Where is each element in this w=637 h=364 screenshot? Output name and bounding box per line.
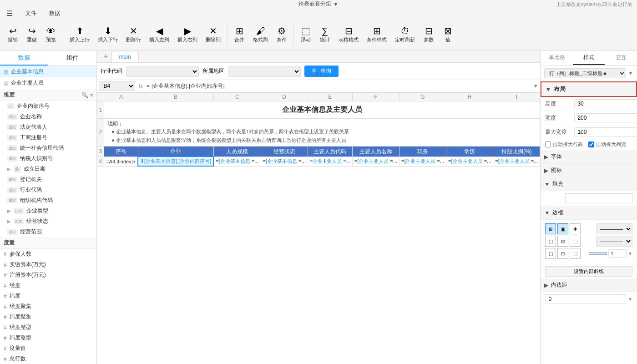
border-btn-inner[interactable]: ✚ bbox=[570, 223, 581, 234]
border-btn-right[interactable]: ⬚ bbox=[570, 236, 581, 247]
measure-item-paidup[interactable]: # 实缴资本(万元) bbox=[0, 259, 96, 270]
measure-item-insured[interactable]: # 参保人数 bbox=[0, 249, 96, 259]
tab-main[interactable]: main bbox=[111, 51, 139, 62]
dim-item-bizscope[interactable]: abc 经营范围 bbox=[0, 227, 96, 237]
right-tab-style[interactable]: 样式 bbox=[573, 51, 605, 65]
dim-item-creditcode[interactable]: abc 统一社会信用代码 bbox=[0, 143, 96, 153]
toolbar-condition-style[interactable]: ⊞ 条件样式 bbox=[363, 25, 390, 45]
col-header-bizstatus[interactable]: 经营状态 bbox=[261, 147, 308, 157]
dim-item-regauth[interactable]: abc 登记机关 bbox=[0, 174, 96, 185]
border-btn-left[interactable]: ⬚ bbox=[545, 236, 556, 247]
col-header-b[interactable]: B bbox=[138, 93, 213, 101]
measure-item-lat[interactable]: # 纬度 bbox=[0, 291, 96, 301]
col-header-h[interactable]: H bbox=[446, 93, 493, 101]
col-header-c[interactable]: C bbox=[213, 93, 261, 101]
left-tab-component[interactable]: 组件 bbox=[48, 51, 96, 66]
measure-item-lngint[interactable]: # 经度整型 bbox=[0, 322, 96, 333]
measure-item-latint[interactable]: # 纬度整型 bbox=[0, 333, 96, 343]
formula-input[interactable] bbox=[152, 83, 530, 89]
toolbar-insert-row-above[interactable]: ⬆ 插入上行 bbox=[66, 25, 93, 45]
nav-menu-icon[interactable]: ☰ bbox=[4, 8, 15, 19]
toolbar-insert-row-below[interactable]: ⬇ 插入下行 bbox=[94, 25, 121, 45]
measure-item-val[interactable]: # 度量值 bbox=[0, 343, 96, 354]
toolbar-delete-row[interactable]: ✕ 删除行 bbox=[122, 25, 145, 45]
col-header-e[interactable]: E bbox=[308, 93, 352, 101]
measure-item-lngcluster[interactable]: # 经度聚集 bbox=[0, 301, 96, 312]
right-tab-cell[interactable]: 单元格 bbox=[541, 51, 573, 65]
border-btn-all[interactable]: ⊞ bbox=[545, 223, 556, 234]
fill-color-box[interactable] bbox=[565, 193, 632, 203]
nav-file[interactable]: 文件 bbox=[23, 9, 39, 18]
measure-item-regcap[interactable]: # 注册资本(万元) bbox=[0, 270, 96, 280]
padding-input[interactable] bbox=[545, 294, 626, 303]
cell-c4[interactable]: =[企业基本信息 =... bbox=[213, 157, 261, 166]
dim-item-bizstatus[interactable]: ▶ abc 经营状态 bbox=[0, 216, 96, 227]
border-btn-middle[interactable]: ⊡ bbox=[557, 236, 568, 247]
border-btn-top[interactable]: ⬚ bbox=[545, 248, 556, 259]
checkbox-autowidth[interactable]: 自动撑大列宽 bbox=[588, 141, 626, 148]
cell-h4[interactable]: =[企业主要人员 =... bbox=[446, 157, 493, 166]
filter-select-region[interactable] bbox=[228, 66, 301, 77]
toolbar-param[interactable]: ⊟ 参数 bbox=[420, 25, 438, 45]
col-header-position[interactable]: 职务 bbox=[399, 147, 446, 157]
right-tab-interact[interactable]: 交互 bbox=[605, 51, 637, 65]
toolbar-undo[interactable]: ↩ 撤销 bbox=[4, 25, 22, 45]
col-header-education[interactable]: 学历 bbox=[446, 147, 493, 157]
col-header-enterprise[interactable]: 企业 bbox=[138, 147, 213, 157]
dim-item-name[interactable]: abc 企业名称 bbox=[0, 111, 96, 122]
add-tab-btn[interactable]: + bbox=[101, 51, 111, 62]
left-tab-data[interactable]: 数据 bbox=[0, 51, 48, 66]
style-preset-select[interactable]: 行（列）标题_二级标题★ bbox=[544, 68, 626, 78]
section-font-header[interactable]: ▶ 字体 bbox=[541, 150, 637, 164]
col-header-staffsize[interactable]: 人员规模 bbox=[213, 147, 261, 157]
toolbar-redo[interactable]: ↪ 重做 bbox=[23, 25, 41, 45]
left-section-enterprise-basic[interactable]: ◎ 企业基本信息 bbox=[0, 66, 96, 77]
dim-item-orgcode[interactable]: abc 组织机构代码 bbox=[0, 195, 96, 206]
col-header-f[interactable]: F bbox=[352, 93, 399, 101]
toolbar-merge[interactable]: ⊞ 合并 bbox=[230, 25, 248, 45]
measure-item-lng[interactable]: # 经度 bbox=[0, 280, 96, 291]
cell-e4[interactable]: =企业⬇要人员 =... bbox=[308, 157, 352, 166]
toolbar-delete-col[interactable]: ✕ 删除列 bbox=[202, 25, 224, 45]
toolbar-insert-col-left[interactable]: ◀ 插入左列 bbox=[146, 25, 173, 45]
section-icon-header[interactable]: ▶ 图标 bbox=[541, 164, 637, 177]
col-header-g[interactable]: G bbox=[399, 93, 446, 101]
border-num-input[interactable] bbox=[608, 249, 627, 258]
col-header-a[interactable]: A bbox=[104, 93, 138, 101]
border-color-box[interactable] bbox=[589, 252, 607, 255]
formula-expand-icon[interactable]: ▼ bbox=[533, 83, 539, 89]
border-btn-mid2[interactable]: ⊡ bbox=[557, 248, 568, 259]
cell-b4[interactable]: ⬇[企业基本信息].[企业内部序号] bbox=[138, 157, 213, 166]
dim-item-indcode[interactable]: abc 行业代码 bbox=[0, 185, 96, 195]
cell-g4[interactable]: =[企业主要人员 =... bbox=[399, 157, 446, 166]
toolbar-value[interactable]: ⊠ 值 bbox=[439, 25, 457, 45]
border-num-arrow[interactable]: ▼ bbox=[628, 251, 632, 256]
dim-item-legal[interactable]: abc 法定代表人 bbox=[0, 122, 96, 132]
nav-data[interactable]: 数据 bbox=[46, 9, 63, 18]
col-header-staffname[interactable]: 主要人员名称 bbox=[352, 147, 399, 157]
cell-i4[interactable]: =[企业主要人员 =... bbox=[493, 157, 540, 166]
dimension-search-icon[interactable]: 🔍 bbox=[81, 92, 88, 98]
cell-d4[interactable]: =[企业基本信息 =... bbox=[261, 157, 308, 166]
autoheight-checkbox[interactable] bbox=[545, 142, 551, 147]
toolbar-format-brush[interactable]: 🖌 格式刷 bbox=[249, 25, 272, 45]
top-bar-dropdown-icon[interactable]: ▼ bbox=[333, 1, 339, 7]
dim-item-founddate[interactable]: ▶ 曲 成立日期 bbox=[0, 164, 96, 174]
toolbar-float[interactable]: ⬚ 浮动 bbox=[297, 25, 315, 45]
left-section-enterprise-staff[interactable]: ◎ 企业主要人员 bbox=[0, 77, 96, 89]
col-header-staffcode[interactable]: 主要人员代码 bbox=[308, 147, 352, 157]
col-header-seqno[interactable]: 序号 bbox=[104, 147, 138, 157]
style-preset-expand-icon[interactable]: ▼ bbox=[628, 70, 633, 76]
cell-ref-select[interactable]: B4 bbox=[99, 81, 135, 91]
section-padding-header[interactable]: ▶ 内边距 bbox=[541, 278, 637, 292]
prop-input-width[interactable] bbox=[574, 113, 637, 122]
filter-query-btn[interactable]: 🔍 查询 bbox=[304, 66, 339, 77]
dim-item-biznum[interactable]: abc 工商注册号 bbox=[0, 132, 96, 143]
toolbar-insert-col-right[interactable]: ▶ 插入右列 bbox=[174, 25, 201, 45]
autowidth-checkbox[interactable] bbox=[588, 142, 594, 147]
toolbar-auto-refresh[interactable]: ⏱ 定时刷新 bbox=[391, 25, 419, 45]
toolbar-table-format[interactable]: ⊟ 表格格式 bbox=[335, 25, 362, 45]
filter-select-industry[interactable] bbox=[126, 66, 199, 77]
cell-title[interactable]: 企业基本信息及主要人员 bbox=[104, 101, 540, 119]
section-fill-header[interactable]: ▼ 填充 bbox=[541, 177, 637, 191]
